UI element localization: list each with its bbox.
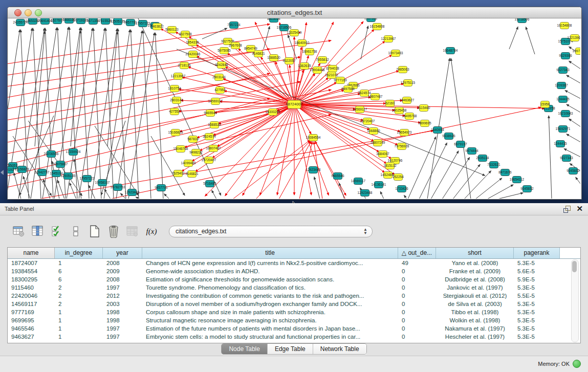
network-node[interactable]: 39193 <box>8 167 14 173</box>
tab-network-table[interactable]: Network Table <box>313 344 366 354</box>
network-node[interactable]: 15958 <box>540 101 550 108</box>
network-node[interactable]: 2967608 <box>229 42 242 49</box>
vertical-scrollbar[interactable] <box>571 259 579 342</box>
network-node[interactable]: 9899695 <box>418 120 431 127</box>
network-node[interactable]: 8471676 <box>498 169 512 176</box>
network-node[interactable]: 427552 <box>214 87 226 94</box>
network-node[interactable]: 4671358 <box>86 18 100 25</box>
minimize-window-button[interactable] <box>25 9 32 16</box>
network-node[interactable]: 15720407 <box>202 157 216 164</box>
network-node[interactable]: 14569117 <box>208 98 223 105</box>
column-header-1[interactable]: in_degree <box>55 248 103 258</box>
network-node[interactable]: 20206556 <box>44 151 59 158</box>
select-all-icon[interactable] <box>50 225 63 238</box>
network-node[interactable]: 19904448 <box>310 67 325 74</box>
network-node[interactable]: 14099489 <box>181 160 196 167</box>
network-node[interactable]: 19218506 <box>277 25 292 31</box>
network-node[interactable]: 9146821 <box>185 171 199 178</box>
tab-edge-table[interactable]: Edge Table <box>268 344 313 354</box>
network-node[interactable]: 3624574 <box>203 134 216 140</box>
network-node[interactable]: 1209387 <box>555 82 568 89</box>
network-node[interactable]: 19218506 <box>515 18 530 23</box>
column-header-2[interactable]: year <box>103 248 142 258</box>
network-node[interactable]: 1244415 <box>554 141 567 147</box>
network-node[interactable]: 2803144 <box>170 97 183 104</box>
network-node[interactable]: 12923448 <box>125 189 140 196</box>
network-node[interactable]: 16648784 <box>443 48 458 54</box>
network-node[interactable]: 1068860 <box>367 128 380 135</box>
network-node[interactable]: 12505135 <box>61 173 76 180</box>
network-graph[interactable]: 2435572410653287206914061527607646616010… <box>8 18 580 199</box>
network-node[interactable]: 587833 <box>187 136 199 143</box>
network-node[interactable]: 7632621 <box>487 162 500 168</box>
network-node[interactable]: 12923448 <box>358 190 373 196</box>
window-titlebar[interactable]: citations_edges.txt <box>8 7 581 18</box>
network-node[interactable]: 2718126 <box>178 62 191 69</box>
function-builder-icon[interactable]: f(x) <box>145 225 158 238</box>
network-node[interactable]: 16154808 <box>370 24 385 30</box>
network-node[interactable]: 9457791 <box>155 185 168 191</box>
network-node[interactable]: 12942737 <box>35 169 50 176</box>
table-row[interactable]: 1872400712008Changes of HCN gene express… <box>8 259 580 267</box>
network-node[interactable]: 252254 <box>393 174 404 181</box>
table-row[interactable]: 2242004622012Investigating the contribut… <box>8 292 580 300</box>
network-node[interactable]: 9338926 <box>442 133 455 140</box>
table-row[interactable]: 1938455462009Genome-wide association stu… <box>8 267 580 275</box>
column-header-4[interactable]: △ out_de... <box>398 248 436 258</box>
network-node[interactable]: 19463627 <box>400 97 415 104</box>
network-node[interactable]: 9474444 <box>465 148 478 155</box>
network-node[interactable]: 16495768 <box>402 113 417 120</box>
table-row[interactable]: 1456911722003Disruption of a novel membe… <box>8 300 580 308</box>
network-node[interactable]: 14569117 <box>351 178 366 185</box>
network-node[interactable]: 10958107 <box>95 180 110 186</box>
network-node[interactable]: 427552 <box>169 108 180 115</box>
network-node[interactable]: 9245652 <box>567 168 580 174</box>
network-node[interactable]: 1527607 <box>51 18 64 24</box>
network-node[interactable]: 10973493 <box>573 48 580 55</box>
close-panel-icon[interactable]: ✕ <box>576 204 583 213</box>
table-row[interactable]: 969969511998Structural magnetic resonanc… <box>8 316 580 324</box>
network-node[interactable]: 79756928 <box>395 143 409 150</box>
network-node[interactable]: 10025458 <box>392 107 407 114</box>
network-node[interactable]: 16782753 <box>111 184 125 191</box>
network-node[interactable]: 7485063 <box>396 67 409 73</box>
table-selector-dropdown[interactable]: citations_edges.txt ▲▼ <box>169 226 373 237</box>
network-node[interactable]: 12505135 <box>111 18 125 25</box>
network-node[interactable]: 2087682 <box>364 18 378 22</box>
network-node[interactable]: 9322057 <box>282 58 296 64</box>
network-node[interactable]: 1815132 <box>383 163 397 169</box>
network-node[interactable]: 15692971 <box>556 126 571 133</box>
scrollbar-thumb[interactable] <box>572 261 577 272</box>
network-node[interactable]: 17957223 <box>80 176 95 182</box>
network-node[interactable]: 6679197 <box>454 141 467 148</box>
network-node[interactable]: 9465546 <box>204 110 217 117</box>
network-node[interactable]: 18807249 <box>371 140 385 146</box>
row-options-icon[interactable] <box>69 225 82 238</box>
column-header-5[interactable]: short <box>436 248 514 258</box>
network-node[interactable]: 12213967 <box>171 73 186 80</box>
table-row[interactable]: 977716911998Corpus callosum shape and si… <box>8 308 580 316</box>
network-node[interactable]: 93975887 <box>53 161 68 168</box>
network-node[interactable]: 16210643 <box>558 111 573 117</box>
network-node[interactable]: 62160 <box>385 100 395 107</box>
network-node[interactable]: 10807487 <box>368 94 383 100</box>
network-node[interactable]: 18724007 <box>286 100 302 108</box>
network-node[interactable]: 1640954 <box>431 127 444 134</box>
network-node[interactable]: 16961758 <box>302 49 317 55</box>
network-node[interactable]: 12975115 <box>401 80 416 86</box>
network-node[interactable]: 9498222 <box>189 149 203 156</box>
column-header-0[interactable]: name <box>8 248 55 258</box>
network-node[interactable]: 6497568 <box>341 86 355 93</box>
network-node[interactable]: 5975085 <box>217 48 231 54</box>
tab-node-table[interactable]: Node Table <box>222 344 268 354</box>
network-node[interactable]: 13325419 <box>287 30 302 36</box>
panel-collapse-arrow-icon[interactable] <box>1 170 4 175</box>
network-node[interactable]: 9227343 <box>556 67 570 74</box>
network-node[interactable]: 17359924 <box>66 149 81 156</box>
column-header-6[interactable]: pagerank <box>514 248 560 258</box>
network-node[interactable]: 8813054 <box>267 18 280 23</box>
network-node[interactable]: 1588520 <box>208 122 221 128</box>
zoom-window-button[interactable] <box>35 9 42 16</box>
table-row[interactable]: 911546021997Tourette syndrome. Phenomeno… <box>8 283 580 292</box>
network-node[interactable]: 9465546 <box>331 173 344 180</box>
